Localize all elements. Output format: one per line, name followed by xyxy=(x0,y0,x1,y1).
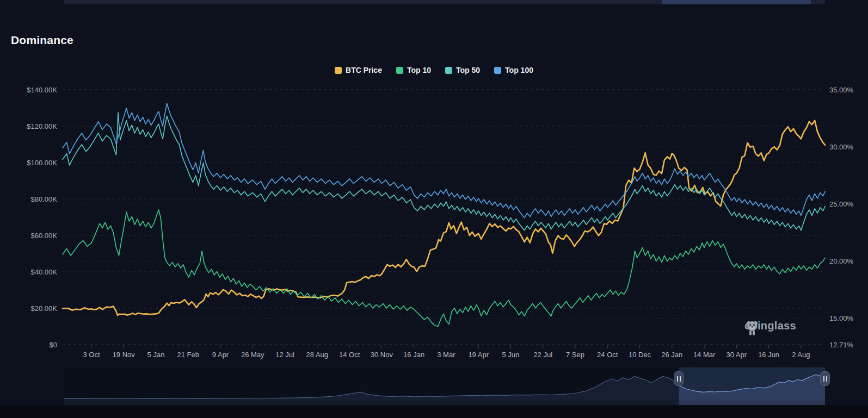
navigator-right-handle[interactable] xyxy=(820,371,830,386)
bottom-spacer xyxy=(0,405,868,418)
navigator-left-handle[interactable] xyxy=(674,371,684,386)
dominance-chart-panel: Dominance BTC PriceTop 10Top 50Top 100 $… xyxy=(0,0,868,418)
navigator-mask xyxy=(64,367,679,400)
navigator[interactable] xyxy=(0,0,868,418)
bottom-scrollbar-thumb[interactable] xyxy=(679,400,825,405)
